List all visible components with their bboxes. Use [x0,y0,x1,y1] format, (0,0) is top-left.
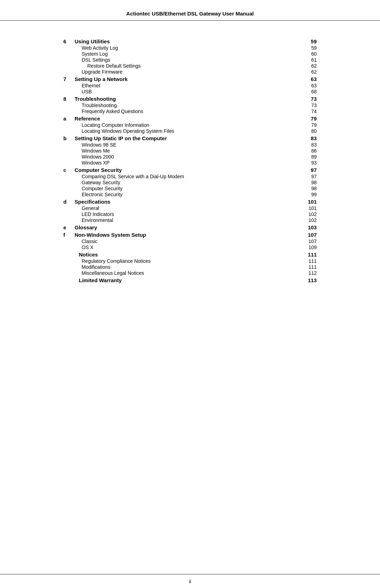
chapter-title-a: Reference [75,116,100,122]
list-item: Troubleshooting 73 [63,103,317,108]
item-page: 101 [309,205,317,211]
list-item: USB 68 [63,89,317,94]
item-label: General [82,205,99,211]
toc-content: 6 Using Utilities 59 Web Activity Log 59… [0,21,380,574]
item-page: 109 [309,245,317,250]
chapter-num-a: a [63,116,70,122]
chapter-num-c: c [63,167,70,173]
item-label: Modifications [82,264,110,270]
toc-chapter-8: 8 Troubleshooting 73 [63,96,317,102]
list-item: Locating Computer Information 79 [63,122,317,128]
toc-section-8: 8 Troubleshooting 73 Troubleshooting 73 … [63,96,317,114]
chapter-num-f: f [63,232,70,238]
item-page: 89 [311,154,317,160]
list-item: Web Activity Log 59 [63,45,317,51]
list-item: Regulatory Compliance Notices 111 [63,258,317,264]
item-label: Locating Windows Operating System Files [82,128,174,134]
toc-chapter-notices: Notices 111 [63,252,317,258]
item-page: 99 [311,192,317,197]
item-page: 68 [311,89,317,94]
toc-chapter-7: 7 Setting Up a Network 63 [63,76,317,82]
item-page: 63 [311,83,317,88]
list-item: General 101 [63,205,317,211]
item-page: 62 [311,63,317,69]
item-label: Windows 98 SE [82,142,116,148]
toc-section-warranty: Limited Warranty 113 [63,277,317,283]
list-item: Locating Windows Operating System Files … [63,128,317,134]
toc-section-a: a Reference 79 Locating Computer Informa… [63,116,317,134]
item-label: Troubleshooting [82,103,117,108]
item-page: 102 [309,211,317,217]
list-item: Computer Security 98 [63,186,317,191]
chapter-page-b: 83 [311,135,317,141]
list-item: System Log 60 [63,51,317,57]
item-page: 73 [311,103,317,108]
list-item: Upgrade Firmware 62 [63,69,317,75]
chapter-num-7: 7 [63,76,70,82]
list-item: Comparing DSL Service with a Dial-Up Mod… [63,174,317,179]
toc-section-f: f Non-Windows System Setup 107 Classic 1… [63,232,317,250]
toc-section-7: 7 Setting Up a Network 63 Ethernet 63 US… [63,76,317,94]
chapter-num-6: 6 [63,38,70,44]
list-item: Restore Default Settings 62 [63,63,317,69]
chapter-page-8: 73 [311,96,317,102]
toc-chapter-a: a Reference 79 [63,116,317,122]
chapter-page-f: 107 [308,232,317,238]
item-label: Web Activity Log [82,45,118,51]
list-item: Gateway Security 98 [63,180,317,185]
chapter-title-c: Computer Security [75,167,122,173]
item-label: Restore Default Settings [87,63,141,69]
chapter-title-b: Setting Up Static IP on the Computer [75,135,167,141]
item-page: 107 [309,239,317,244]
chapter-page-notices: 111 [308,252,317,258]
item-label: Upgrade Firmware [82,69,122,75]
chapter-page-6: 59 [311,38,317,44]
list-item: LED Indicators 102 [63,211,317,217]
toc-section-d: d Specifications 101 General 101 LED Ind… [63,199,317,223]
item-label: Windows Me [82,148,110,154]
chapter-page-e: 103 [308,224,317,230]
item-page: 98 [311,186,317,191]
item-page: 112 [309,270,317,276]
list-item: DSL Settings 61 [63,57,317,63]
list-item: Miscellaneous Legal Notices 112 [63,270,317,276]
item-label: Classic [82,239,97,244]
list-item: Frequently Asked Questions 74 [63,109,317,114]
item-label: Ethernet [82,83,100,88]
item-page: 86 [311,148,317,154]
chapter-title-e: Glossary [75,224,97,230]
item-page: 79 [311,122,317,128]
item-label: Electronic Security [82,192,122,197]
item-label: Windows 2000 [82,154,114,160]
page-footer: ii [0,574,380,588]
toc-section-6: 6 Using Utilities 59 Web Activity Log 59… [63,38,317,75]
list-item: Windows 98 SE 83 [63,142,317,148]
chapter-title-d: Specifications [75,199,110,205]
item-page: 97 [311,174,317,179]
item-label: Windows XP [82,160,109,166]
chapter-page-d: 101 [308,199,317,205]
item-label: Locating Computer Information [82,122,149,128]
item-label: Computer Security [82,186,122,191]
toc-chapter-d: d Specifications 101 [63,199,317,205]
item-label: Gateway Security [82,180,120,185]
item-label: LED Indicators [82,211,114,217]
item-page: 98 [311,180,317,185]
chapter-title-f: Non-Windows System Setup [75,232,146,238]
toc-chapter-c: c Computer Security 97 [63,167,317,173]
list-item: Modifications 111 [63,264,317,270]
chapter-page-warranty: 113 [308,277,317,283]
item-label: USB [82,89,92,94]
item-page: 111 [309,258,317,264]
list-item: Windows Me 86 [63,148,317,154]
chapter-title-notices: Notices [79,252,98,258]
item-label: Environmental [82,217,113,223]
toc-chapter-b: b Setting Up Static IP on the Computer 8… [63,135,317,141]
item-label: Frequently Asked Questions [82,109,143,114]
item-label: Regulatory Compliance Notices [82,258,151,264]
chapter-num-d: d [63,199,70,205]
list-item: Electronic Security 99 [63,192,317,197]
chapter-page-a: 79 [311,116,317,122]
chapter-page-7: 63 [311,76,317,82]
chapter-num-8: 8 [63,96,70,102]
